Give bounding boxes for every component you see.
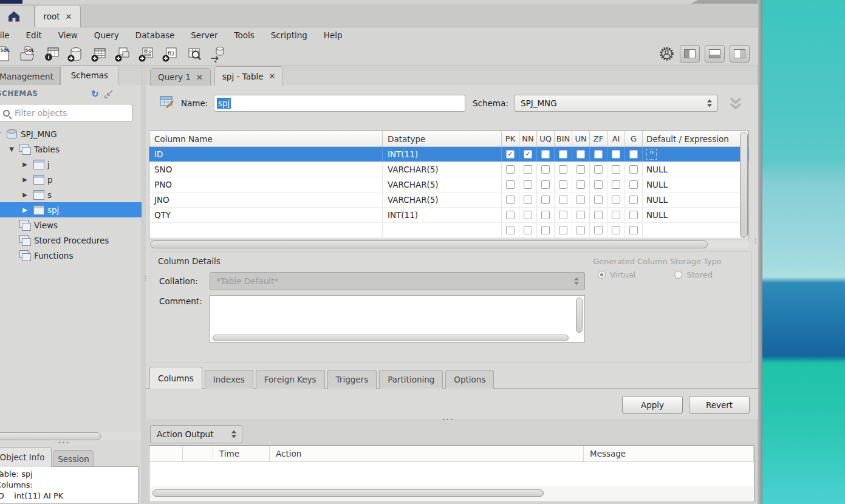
grid-cell[interactable] <box>590 223 607 237</box>
tree-item-stored-procedures[interactable]: Stored Procedures <box>0 233 142 248</box>
toggle-right-sidebar-button[interactable] <box>730 45 750 63</box>
grid-cell[interactable]: NULL <box>643 192 748 207</box>
flag-checkbox[interactable] <box>524 180 532 189</box>
grid-cell[interactable] <box>502 223 519 237</box>
flag-checkbox[interactable] <box>576 180 585 189</box>
grid-cell[interactable]: ID <box>149 147 383 162</box>
grid-cell[interactable]: VARCHAR(5) <box>383 177 502 192</box>
grid-cell[interactable]: '' <box>643 147 748 162</box>
grid-cell[interactable] <box>572 162 590 177</box>
tab-object-info[interactable]: Object Info <box>0 447 52 467</box>
grid-cell[interactable] <box>519 192 537 207</box>
editor-subtab[interactable]: Foreign Keys <box>256 370 325 389</box>
grid-cell[interactable] <box>590 177 607 192</box>
grid-header-cell[interactable]: AI <box>607 131 625 146</box>
revert-button[interactable]: Revert <box>689 396 750 414</box>
flag-checkbox[interactable] <box>576 226 585 234</box>
editor-tab[interactable]: Query 1 ✕ <box>150 68 211 86</box>
flag-checkbox[interactable] <box>559 180 567 189</box>
grid-cell[interactable]: NULL <box>643 162 748 177</box>
editor-subtab[interactable]: Options <box>445 370 494 389</box>
grid-cell[interactable] <box>607 177 625 192</box>
expander-icon[interactable]: ▶ <box>21 176 29 183</box>
grid-cell[interactable] <box>537 192 555 207</box>
grid-cell[interactable] <box>519 223 537 237</box>
menu-item[interactable]: Database <box>135 30 174 40</box>
expander-icon[interactable]: ▶ <box>21 161 29 168</box>
new-function-icon[interactable]: f() <box>161 45 179 63</box>
grid-splitter-grip[interactable]: ⋮ <box>752 239 759 243</box>
stepper-arrows-icon[interactable] <box>707 100 712 107</box>
grid-cell[interactable] <box>555 192 572 207</box>
grid-cell[interactable] <box>607 223 625 237</box>
grid-cell[interactable] <box>590 208 607 222</box>
grid-cell[interactable] <box>555 208 572 222</box>
grid-cell[interactable] <box>643 223 748 237</box>
flag-checkbox[interactable]: ✓ <box>524 150 532 158</box>
grid-cell[interactable] <box>502 192 519 207</box>
grid-cell[interactable] <box>607 162 625 177</box>
grid-hscrollbar-thumb[interactable] <box>150 240 708 248</box>
grid-cell[interactable]: INT(11) <box>383 208 502 222</box>
tree-item-p[interactable]: ▶p <box>0 172 142 187</box>
connection-tab-root[interactable]: root ✕ <box>35 5 81 27</box>
grid-header-cell[interactable]: G <box>625 131 643 146</box>
flag-checkbox[interactable] <box>559 226 567 234</box>
flag-checkbox[interactable] <box>612 226 620 234</box>
action-output-select[interactable]: Action Output <box>150 425 242 443</box>
grid-header-cell[interactable]: BIN <box>555 131 572 146</box>
sidebar-tab[interactable]: Schemas <box>60 65 119 85</box>
grid-cell[interactable] <box>537 177 555 192</box>
flag-checkbox[interactable] <box>506 180 515 189</box>
grid-cell[interactable] <box>572 192 590 207</box>
flag-checkbox[interactable] <box>541 165 550 174</box>
flag-checkbox[interactable] <box>594 196 603 204</box>
close-icon[interactable]: ✕ <box>66 13 72 21</box>
flag-checkbox[interactable] <box>559 211 567 219</box>
grid-vscrollbar-thumb[interactable] <box>740 132 748 238</box>
output-header-cell[interactable]: Message <box>584 446 754 461</box>
grid-cell[interactable] <box>537 223 555 237</box>
grid-cell[interactable] <box>625 223 643 237</box>
flag-checkbox[interactable] <box>594 165 603 174</box>
grid-cell[interactable] <box>572 208 590 222</box>
filter-input[interactable]: Filter objects <box>0 104 132 122</box>
menu-item[interactable]: Scripting <box>271 30 307 40</box>
grid-cell[interactable] <box>383 223 502 237</box>
sidebar-hscrollbar-thumb[interactable] <box>0 432 101 440</box>
grid-cell[interactable] <box>572 177 590 192</box>
flag-checkbox[interactable] <box>541 150 550 158</box>
menu-item[interactable]: Help <box>324 30 343 40</box>
radio-option[interactable]: Virtual <box>598 270 635 279</box>
output-header-cell[interactable]: Time <box>213 446 270 461</box>
grid-row[interactable]: SNOVARCHAR(5)NULL <box>149 162 748 177</box>
toggle-left-sidebar-button[interactable] <box>680 45 700 63</box>
grid-cell[interactable] <box>572 147 590 162</box>
grid-header-cell[interactable]: NN <box>519 131 537 146</box>
grid-header-cell[interactable]: PK <box>502 131 519 146</box>
grid-cell[interactable]: QTY <box>149 208 383 222</box>
flag-checkbox[interactable] <box>576 150 585 158</box>
grid-header-cell[interactable]: UQ <box>537 131 555 146</box>
grid-cell[interactable] <box>625 177 643 192</box>
grid-cell[interactable] <box>555 162 572 177</box>
tree-item-j[interactable]: ▶j <box>0 157 142 172</box>
grid-cell[interactable] <box>502 208 519 222</box>
grid-cell[interactable] <box>625 162 643 177</box>
flag-checkbox[interactable] <box>612 150 620 158</box>
grid-cell[interactable] <box>572 223 590 237</box>
apply-button[interactable]: Apply <box>622 396 683 414</box>
flag-checkbox[interactable] <box>541 226 550 234</box>
flag-checkbox[interactable]: ✓ <box>506 150 515 158</box>
grid-row[interactable]: IDINT(11)✓✓'' <box>149 147 748 162</box>
flag-checkbox[interactable] <box>594 226 603 234</box>
grid-cell[interactable] <box>519 162 537 177</box>
flag-checkbox[interactable] <box>559 165 567 174</box>
flag-checkbox[interactable] <box>594 150 603 158</box>
grid-cell[interactable] <box>537 162 555 177</box>
tab-session[interactable]: Session <box>53 450 94 467</box>
comment-vscrollbar-thumb[interactable] <box>576 298 583 333</box>
output-header-cell[interactable] <box>149 446 183 461</box>
output-splitter-handle[interactable]: ··· <box>442 415 454 424</box>
grid-cell[interactable] <box>607 208 625 222</box>
